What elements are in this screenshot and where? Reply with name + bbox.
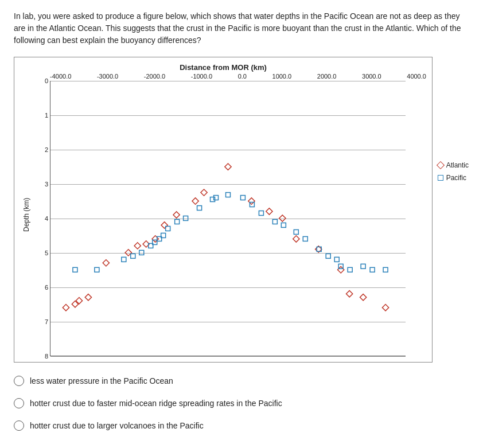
svg-rect-28: [175, 219, 180, 224]
x-label-8: 4000.0: [407, 73, 426, 80]
svg-rect-52: [370, 267, 375, 272]
svg-rect-48: [334, 257, 339, 262]
x-axis-labels: -4000.0 -3000.0 -2000.0 -1000.0 0.0 1000…: [34, 73, 426, 80]
svg-rect-35: [131, 254, 135, 258]
x-label-2: -2000.0: [144, 73, 165, 80]
svg-rect-2: [192, 198, 198, 204]
option-2-text: hotter crust due to faster mid-ocean rid…: [30, 398, 282, 410]
svg-rect-51: [361, 264, 365, 268]
svg-rect-36: [122, 257, 126, 262]
svg-rect-15: [266, 208, 272, 215]
svg-rect-9: [103, 260, 109, 266]
svg-rect-34: [139, 250, 144, 255]
option-3-text: hotter crust due to larger volcanoes in …: [30, 420, 204, 432]
atlantic-label: Atlantic: [446, 161, 469, 169]
svg-rect-38: [73, 267, 77, 272]
radio-3[interactable]: [14, 420, 24, 431]
chart-inner: -4000.0 -3000.0 -2000.0 -1000.0 0.0 1000…: [34, 73, 426, 356]
pacific-icon: [438, 175, 443, 181]
options-section: less water pressure in the Pacific Ocean…: [14, 375, 469, 432]
svg-rect-53: [383, 267, 388, 272]
svg-rect-26: [197, 206, 202, 211]
x-label-1: -3000.0: [97, 73, 118, 80]
legend-pacific: Pacific: [438, 174, 469, 182]
chart-title: Distance from MOR (km): [20, 63, 426, 72]
svg-rect-10: [85, 294, 91, 301]
radio-1[interactable]: [14, 376, 24, 386]
plot-area: 0 1 2 3 4 5 6 7 8: [50, 81, 406, 356]
svg-rect-22: [382, 305, 388, 311]
pacific-label: Pacific: [446, 174, 466, 182]
x-label-7: 3000.0: [362, 73, 381, 80]
svg-rect-20: [346, 291, 353, 297]
scatter-plot: [50, 81, 406, 356]
x-label-5: 1000.0: [272, 73, 292, 80]
x-label-6: 2000.0: [317, 73, 337, 80]
svg-rect-7: [134, 243, 141, 249]
svg-rect-44: [294, 229, 298, 234]
option-2[interactable]: hotter crust due to faster mid-ocean rid…: [14, 398, 469, 410]
svg-rect-21: [360, 294, 366, 301]
svg-rect-4: [161, 222, 168, 228]
svg-rect-45: [303, 236, 307, 241]
svg-rect-39: [240, 196, 245, 200]
svg-rect-16: [279, 215, 286, 221]
x-label-3: -1000.0: [191, 73, 212, 80]
svg-rect-50: [348, 267, 352, 272]
svg-rect-0: [225, 163, 231, 170]
atlantic-icon: [437, 161, 445, 169]
svg-rect-47: [326, 254, 330, 258]
option-1[interactable]: less water pressure in the Pacific Ocean: [14, 375, 469, 387]
svg-rect-27: [184, 216, 188, 221]
svg-rect-3: [173, 212, 180, 218]
chart-area: Depth (km) -4000.0 -3000.0 -2000.0 -1000…: [20, 73, 426, 356]
radio-2[interactable]: [14, 398, 24, 408]
svg-rect-1: [201, 189, 207, 196]
svg-rect-14: [248, 198, 255, 204]
svg-rect-37: [95, 267, 99, 272]
svg-rect-43: [281, 223, 286, 227]
svg-rect-17: [293, 236, 299, 242]
svg-rect-13: [63, 305, 69, 311]
x-label-4: 0.0: [238, 73, 247, 80]
svg-rect-24: [214, 196, 219, 200]
option-3[interactable]: hotter crust due to larger volcanoes in …: [14, 420, 469, 432]
svg-rect-42: [272, 219, 277, 224]
svg-rect-23: [226, 193, 231, 197]
chart-legend: Atlantic Pacific: [438, 161, 469, 182]
chart-container: Distance from MOR (km) Depth (km) -4000.…: [14, 57, 433, 363]
svg-rect-25: [211, 197, 215, 202]
y-axis-label: Depth (km): [20, 73, 33, 356]
legend-atlantic: Atlantic: [438, 161, 469, 169]
svg-rect-41: [259, 211, 263, 216]
option-1-text: less water pressure in the Pacific Ocean: [30, 375, 173, 387]
intro-text: In lab, you were asked to produce a figu…: [14, 10, 461, 46]
x-label-0: -4000.0: [50, 73, 71, 80]
